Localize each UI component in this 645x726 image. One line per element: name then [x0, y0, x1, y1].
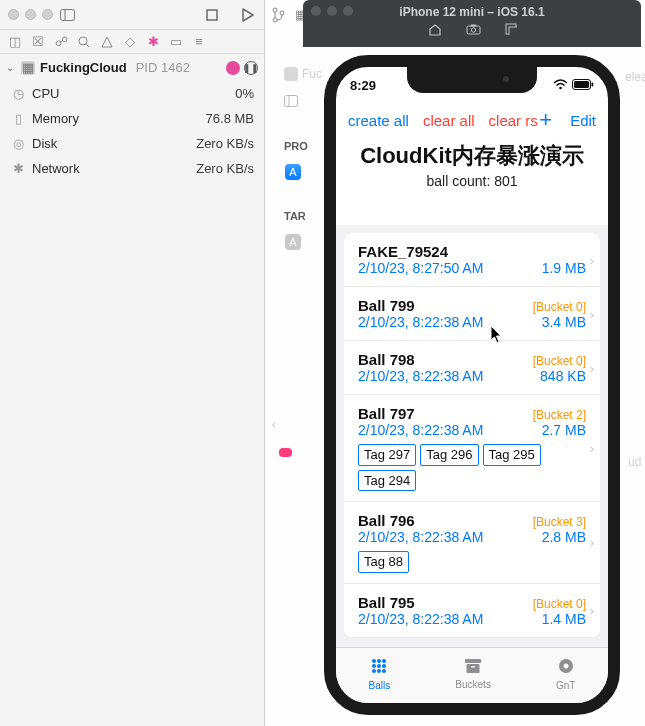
row-date: 2/10/23, 8:22:38 AM: [358, 529, 483, 545]
sim-traffic-lights[interactable]: [311, 6, 353, 16]
stop-icon[interactable]: [204, 7, 220, 23]
app-small-icon: [284, 67, 298, 81]
svg-rect-32: [471, 666, 475, 668]
close-icon[interactable]: [8, 9, 19, 20]
metric-label: Memory: [32, 111, 206, 126]
row-date: 2/10/23, 8:22:38 AM: [358, 368, 483, 384]
list-row[interactable]: FAKE_795242/10/23, 8:27:50 AM1.9 MB›: [344, 233, 600, 287]
chevron-right-icon: ›: [590, 441, 594, 456]
appstore-icon: A: [285, 234, 301, 250]
add-button[interactable]: +: [539, 109, 552, 131]
svg-point-23: [382, 659, 386, 663]
section-pro: PRO: [284, 140, 308, 152]
tab-buckets[interactable]: Buckets: [455, 658, 491, 690]
branch-icon[interactable]: [272, 7, 285, 26]
create-all-button[interactable]: create all: [348, 112, 409, 129]
grid-icon: [370, 657, 388, 678]
memory-icon: ▯: [10, 111, 26, 126]
clear-all-button[interactable]: clear all: [423, 112, 475, 129]
tab-label: GnT: [556, 680, 575, 691]
list-row[interactable]: Ball 797[Bucket 2]2/10/23, 8:22:38 AM2.7…: [344, 395, 600, 502]
list-scroll[interactable]: FAKE_795242/10/23, 8:27:50 AM1.9 MB›Ball…: [336, 225, 608, 647]
metric-value: 0%: [235, 86, 254, 101]
section-tar: TAR: [284, 210, 306, 222]
svg-point-27: [372, 669, 376, 673]
metric-memory[interactable]: ▯ Memory 76.8 MB: [6, 106, 258, 131]
tag-chip[interactable]: Tag 294: [358, 470, 416, 492]
svg-point-28: [377, 669, 381, 673]
process-name: FuckingCloud: [40, 60, 127, 75]
tag-chip[interactable]: Tag 295: [483, 444, 541, 466]
list-icon[interactable]: ≡: [192, 35, 206, 49]
simulator-window-titlebar: iPhone 12 mini – iOS 16.1: [303, 0, 641, 47]
row-bucket: [Bucket 0]: [533, 300, 586, 314]
traffic-lights[interactable]: [8, 9, 53, 20]
app-navbar: create all clear all clear rs + Edit: [336, 103, 608, 137]
metric-network[interactable]: ✱ Network Zero KB/s: [6, 156, 258, 181]
box-x-icon[interactable]: ☒: [31, 35, 45, 49]
row-name: Ball 795: [358, 594, 415, 611]
side-toggle-icon[interactable]: [284, 95, 298, 110]
process-row[interactable]: ⌄ ▦ FuckingCloud PID 1462 ❚❚: [0, 54, 264, 81]
svg-point-22: [377, 659, 381, 663]
tab-gnt[interactable]: GnT: [556, 657, 575, 691]
disk-icon: ◎: [10, 136, 26, 151]
tag-chip[interactable]: Tag 88: [358, 551, 409, 573]
svg-line-5: [86, 44, 89, 47]
chevron-left-icon[interactable]: ‹: [272, 418, 276, 430]
external-icon[interactable]: [505, 23, 517, 39]
svg-point-17: [559, 86, 562, 89]
sidebar-left-icon[interactable]: [59, 7, 75, 23]
screenshot-icon[interactable]: [466, 23, 481, 39]
tab-balls[interactable]: Balls: [369, 657, 391, 691]
list-row[interactable]: Ball 795[Bucket 0]2/10/23, 8:22:38 AM1.4…: [344, 584, 600, 638]
warning-icon[interactable]: [100, 35, 114, 49]
hierarchy-icon[interactable]: ☍: [54, 35, 68, 49]
play-icon[interactable]: [240, 7, 256, 23]
minimize-icon[interactable]: [25, 9, 36, 20]
chevron-right-icon: ›: [590, 535, 594, 550]
row-size: 2.8 MB: [542, 529, 586, 545]
row-date: 2/10/23, 8:22:38 AM: [358, 314, 483, 330]
metric-label: Network: [32, 161, 196, 176]
row-name: Ball 799: [358, 297, 415, 314]
clear-rs-button[interactable]: clear rs: [489, 112, 538, 129]
zoom-icon[interactable]: [42, 9, 53, 20]
svg-point-13: [471, 27, 475, 31]
metric-value: Zero KB/s: [196, 161, 254, 176]
list-row[interactable]: Ball 798[Bucket 0]2/10/23, 8:22:38 AM848…: [344, 341, 600, 395]
svg-point-24: [372, 664, 376, 668]
row-bucket: [Bucket 0]: [533, 354, 586, 368]
svg-point-34: [563, 663, 568, 668]
row-bucket: [Bucket 3]: [533, 515, 586, 529]
home-icon[interactable]: [428, 23, 442, 39]
row-size: 1.4 MB: [542, 611, 586, 627]
tag-chip[interactable]: Tag 297: [358, 444, 416, 466]
svg-rect-14: [471, 24, 476, 26]
edit-button[interactable]: Edit: [570, 112, 596, 129]
list-row[interactable]: Ball 799[Bucket 0]2/10/23, 8:22:38 AM3.4…: [344, 287, 600, 341]
svg-rect-12: [467, 26, 480, 34]
tag-icon[interactable]: ◇: [123, 35, 137, 49]
svg-point-29: [382, 669, 386, 673]
search-icon[interactable]: [77, 35, 91, 49]
svg-point-21: [372, 659, 376, 663]
metric-disk[interactable]: ◎ Disk Zero KB/s: [6, 131, 258, 156]
disclosure-triangle-icon[interactable]: ⌄: [6, 62, 16, 73]
tag-chip[interactable]: Tag 296: [420, 444, 478, 466]
metric-cpu[interactable]: ◷ CPU 0%: [6, 81, 258, 106]
svg-rect-20: [592, 82, 594, 86]
gauge-icon: ◷: [10, 86, 26, 101]
list-row[interactable]: Ball 796[Bucket 3]2/10/23, 8:22:38 AM2.8…: [344, 502, 600, 584]
spray-icon[interactable]: ✱: [146, 35, 160, 49]
doc-icon[interactable]: ▭: [169, 35, 183, 49]
faint-ud-label: ud: [628, 455, 641, 469]
zoom-icon[interactable]: [343, 6, 353, 16]
minimize-icon[interactable]: [327, 6, 337, 16]
pause-icon[interactable]: ❚❚: [244, 61, 258, 75]
debugger-pane: ◫ ☒ ☍ ◇ ✱ ▭ ≡ ⌄ ▦ FuckingCloud PID 1462 …: [0, 0, 265, 726]
svg-rect-2: [207, 10, 217, 20]
close-icon[interactable]: [311, 6, 321, 16]
folder-arrow-icon[interactable]: ◫: [8, 35, 22, 49]
simulator-title: iPhone 12 mini – iOS 16.1: [399, 5, 544, 19]
